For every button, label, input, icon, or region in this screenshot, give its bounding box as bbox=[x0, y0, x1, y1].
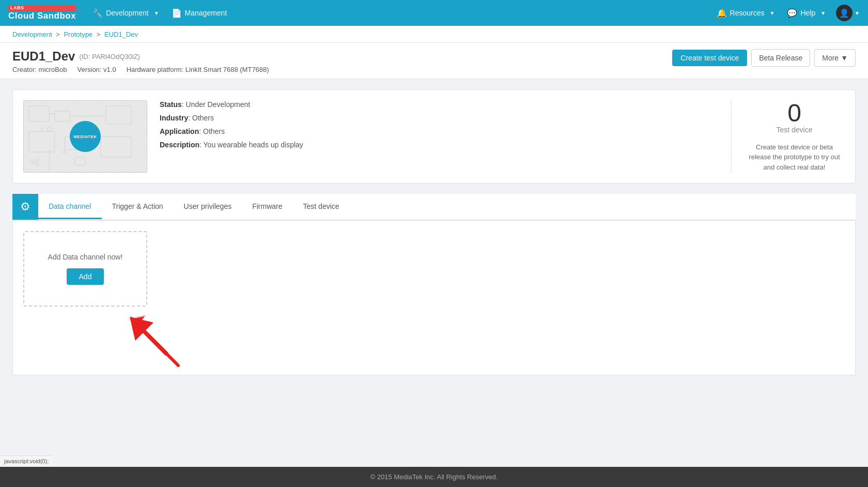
device-info: Status: Under Development Industry: Othe… bbox=[160, 100, 719, 173]
content: MEDIATEK Status: Under Development Indus… bbox=[0, 79, 868, 386]
breadcrumb: Development > Prototype > EUD1_Dev bbox=[12, 31, 138, 38]
svg-point-12 bbox=[63, 150, 66, 154]
status-row: Status: Under Development bbox=[160, 100, 719, 109]
version-label: Version: v1.0 bbox=[77, 66, 116, 73]
avatar-dropdown-icon: ▼ bbox=[855, 10, 860, 16]
svg-rect-3 bbox=[65, 136, 85, 149]
svg-rect-2 bbox=[29, 131, 55, 152]
page-title-area: EUD1_Dev (ID: PARl4OdQ30lZ) Creator: mic… bbox=[12, 49, 269, 73]
tab-user-privileges[interactable]: User privileges bbox=[174, 195, 242, 219]
page-header: EUD1_Dev (ID: PARl4OdQ30lZ) Creator: mic… bbox=[0, 43, 868, 79]
device-image: MEDIATEK bbox=[23, 100, 147, 173]
tab-data-channel[interactable]: Data channel bbox=[38, 195, 102, 219]
help-icon: 💬 bbox=[787, 8, 797, 18]
status-bar: javascript:void(0); bbox=[0, 455, 53, 466]
application-key: Application bbox=[160, 127, 199, 135]
footer: © 2015 MediaTek Inc. All Rights Reserved… bbox=[0, 467, 868, 487]
more-dropdown-icon: ▼ bbox=[841, 54, 848, 62]
resources-dropdown-icon: ▼ bbox=[769, 10, 774, 16]
svg-rect-4 bbox=[106, 106, 132, 124]
nav-resources-label: Resources bbox=[730, 9, 765, 17]
hardware-label: Hardware platform: LinkIt Smart 7688 (MT… bbox=[127, 66, 269, 73]
beta-release-button[interactable]: Beta Release bbox=[751, 49, 810, 67]
breadcrumb-sep1: > bbox=[56, 31, 61, 38]
breadcrumb-sep2: > bbox=[97, 31, 102, 38]
add-channel-label: Add Data channel now! bbox=[48, 253, 123, 261]
wrench-icon: 🔧 bbox=[92, 8, 103, 18]
stats-label: Test device bbox=[776, 126, 812, 134]
svg-marker-21 bbox=[132, 316, 145, 329]
breadcrumb-development[interactable]: Development bbox=[12, 31, 52, 38]
application-row: Application: Others bbox=[160, 127, 719, 135]
svg-rect-13 bbox=[75, 157, 85, 165]
industry-value: Others bbox=[192, 114, 214, 122]
nav-resources[interactable]: 🔔 Resources ▼ bbox=[710, 0, 781, 26]
brand: LABS Cloud Sandbox bbox=[8, 5, 76, 21]
avatar-icon: 👤 bbox=[839, 8, 849, 18]
description-key: Description bbox=[160, 141, 199, 149]
brand-badge: LABS bbox=[8, 5, 76, 11]
nav-right: 🔔 Resources ▼ 💬 Help ▼ 👤 ▼ bbox=[710, 0, 860, 26]
svg-rect-5 bbox=[101, 136, 131, 157]
stats-card: 0 Test device Create test device or beta… bbox=[731, 100, 845, 173]
copyright-text: © 2015 MediaTek Inc. All Rights Reserved… bbox=[370, 473, 498, 481]
more-button[interactable]: More ▼ bbox=[814, 49, 856, 67]
svg-rect-0 bbox=[29, 106, 50, 121]
page-title-id: (ID: PARl4OdQ30lZ) bbox=[79, 53, 140, 60]
nav-development[interactable]: 🔧 Development ▼ bbox=[86, 0, 165, 26]
svg-line-20 bbox=[131, 317, 177, 363]
tab-trigger-action[interactable]: Trigger & Action bbox=[102, 195, 174, 219]
tab-gear-icon[interactable]: ⚙ bbox=[12, 194, 38, 220]
brand-name: Cloud Sandbox bbox=[8, 11, 76, 21]
nav-management[interactable]: 📄 Management bbox=[165, 0, 234, 26]
more-label: More bbox=[822, 54, 839, 62]
svg-marker-18 bbox=[120, 308, 153, 341]
description-row: Description: You wearable heads up displ… bbox=[160, 141, 719, 149]
status-key: Status bbox=[160, 100, 182, 109]
application-value: Others bbox=[203, 127, 225, 135]
stats-count: 0 bbox=[787, 101, 801, 126]
status-url: javascript:void(0); bbox=[4, 458, 49, 464]
industry-row: Industry: Others bbox=[160, 114, 719, 122]
page-title: EUD1_Dev (ID: PARl4OdQ30lZ) bbox=[12, 49, 269, 64]
info-card: MEDIATEK Status: Under Development Indus… bbox=[12, 89, 856, 184]
nav-help[interactable]: 💬 Help ▼ bbox=[781, 0, 832, 26]
breadcrumb-current[interactable]: EUD1_Dev bbox=[104, 31, 138, 38]
svg-marker-16 bbox=[29, 157, 39, 168]
nav-development-label: Development bbox=[106, 9, 149, 17]
breadcrumb-bar: Development > Prototype > EUD1_Dev bbox=[0, 26, 868, 43]
help-dropdown-icon: ▼ bbox=[820, 10, 826, 16]
tab-firmware[interactable]: Firmware bbox=[242, 195, 292, 219]
creator-label: Creator: microBob bbox=[12, 66, 67, 73]
tab-test-device[interactable]: Test device bbox=[293, 195, 350, 219]
add-channel-box: Add Data channel now! Add bbox=[23, 231, 147, 307]
arrow-annotation bbox=[116, 303, 183, 372]
page-title-text: EUD1_Dev bbox=[12, 49, 75, 64]
page-meta: Creator: microBob Version: v1.0 Hardware… bbox=[12, 66, 269, 73]
nav-management-label: Management bbox=[185, 9, 227, 17]
tabs-bar: ⚙ Data channel Trigger & Action User pri… bbox=[12, 194, 856, 220]
svg-line-19 bbox=[132, 319, 178, 366]
svg-rect-1 bbox=[55, 111, 70, 121]
add-button[interactable]: Add bbox=[67, 268, 104, 285]
status-value: Under Development bbox=[186, 100, 251, 109]
svg-marker-22 bbox=[131, 315, 146, 330]
svg-line-17 bbox=[137, 324, 166, 354]
main-panel: Add Data channel now! Add bbox=[12, 220, 856, 375]
user-avatar[interactable]: 👤 bbox=[836, 5, 853, 21]
development-dropdown-icon: ▼ bbox=[154, 10, 159, 16]
navbar: LABS Cloud Sandbox 🔧 Development ▼ 📄 Man… bbox=[0, 0, 868, 26]
industry-key: Industry bbox=[160, 114, 188, 122]
resources-icon: 🔔 bbox=[717, 8, 727, 18]
breadcrumb-prototype[interactable]: Prototype bbox=[64, 31, 92, 38]
create-test-device-button[interactable]: Create test device bbox=[672, 50, 747, 66]
svg-point-10 bbox=[48, 127, 52, 131]
nav-help-label: Help bbox=[800, 9, 815, 17]
stats-description: Create test device or beta release the p… bbox=[744, 142, 845, 173]
header-actions: Create test device Beta Release More ▼ bbox=[672, 49, 856, 67]
file-icon: 📄 bbox=[172, 8, 182, 18]
description-value: You wearable heads up display bbox=[204, 141, 303, 149]
